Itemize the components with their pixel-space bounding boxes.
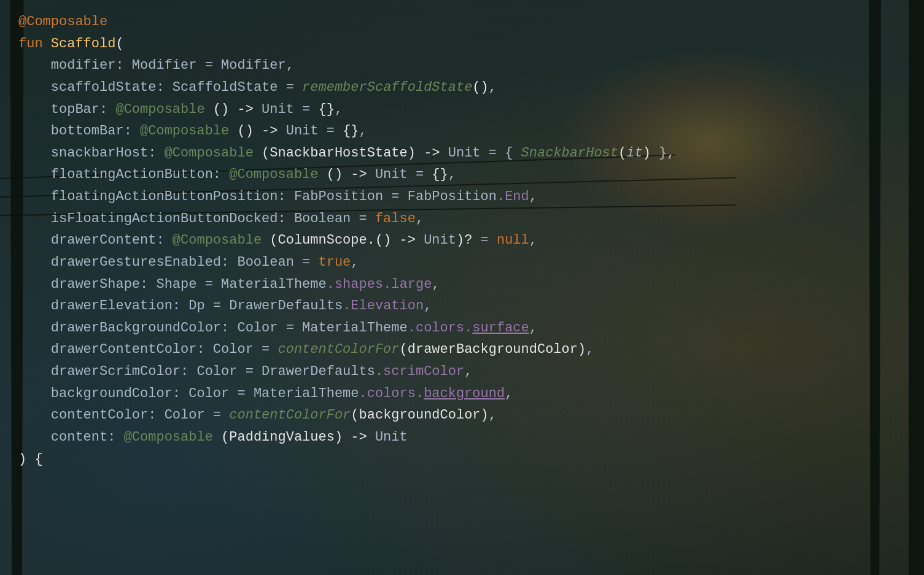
annotation-composable-1: @Composable xyxy=(18,14,107,29)
code-line-6: bottomBar: @Composable () -> Unit = {}, xyxy=(18,120,906,142)
code-line-4: scaffoldState: ScaffoldState = rememberS… xyxy=(18,77,906,99)
code-line-19: contentColor: Color = contentColorFor(ba… xyxy=(18,404,906,426)
code-line-9: floatingActionButtonPosition: FabPositio… xyxy=(18,186,906,208)
open-paren: ( xyxy=(115,36,123,52)
code-line-2: fun Scaffold( xyxy=(18,33,906,55)
code-line-1: @Composable xyxy=(18,11,906,33)
param-modifier: modifier xyxy=(51,58,116,73)
fn-name-scaffold: Scaffold xyxy=(51,36,116,52)
code-line-18: backgroundColor: Color = MaterialTheme.c… xyxy=(18,383,906,405)
keyword-fun: fun xyxy=(18,36,51,52)
code-line-20: content: @Composable (PaddingValues) -> … xyxy=(18,426,906,449)
code-line-5: topBar: @Composable () -> Unit = {}, xyxy=(18,99,906,121)
code-line-12: drawerGesturesEnabled: Boolean = true, xyxy=(18,252,906,274)
code-line-21: ) { xyxy=(18,449,906,471)
code-container: @Composable fun Scaffold( modifier: Modi… xyxy=(0,0,924,575)
code-line-3: modifier: Modifier = Modifier, xyxy=(18,55,906,77)
code-line-13: drawerShape: Shape = MaterialTheme.shape… xyxy=(18,274,906,296)
code-line-8: floatingActionButton: @Composable () -> … xyxy=(18,164,906,186)
code-line-14: drawerElevation: Dp = DrawerDefaults.Ele… xyxy=(18,295,906,317)
code-line-17: drawerScrimColor: Color = DrawerDefaults… xyxy=(18,361,906,383)
code-line-11: drawerContent: @Composable (ColumnScope.… xyxy=(18,230,906,252)
code-line-16: drawerContentColor: Color = contentColor… xyxy=(18,339,906,361)
code-line-15: drawerBackgroundColor: Color = MaterialT… xyxy=(18,317,906,339)
code-line-7: snackbarHost: @Composable (SnackbarHostS… xyxy=(18,142,906,164)
code-line-10: isFloatingActionButtonDocked: Boolean = … xyxy=(18,208,906,230)
